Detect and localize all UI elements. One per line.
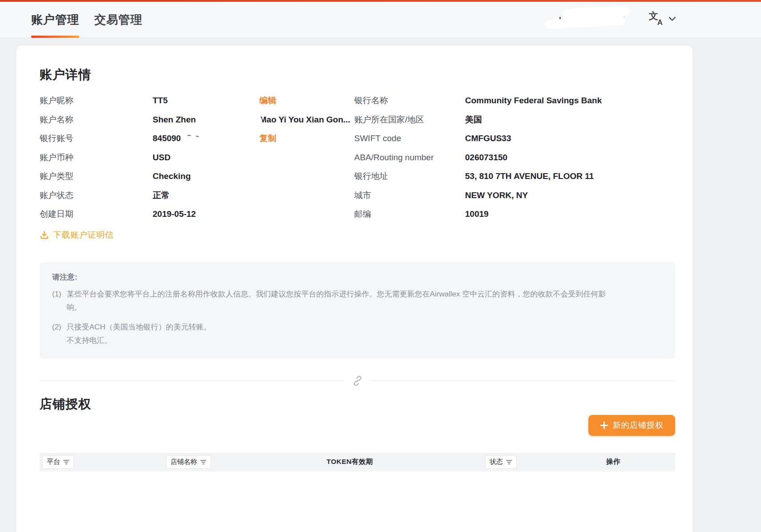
plus-icon xyxy=(600,421,608,430)
column-token-validity: TOKEN有效期 xyxy=(252,457,448,467)
copy-link[interactable]: 复制 xyxy=(259,133,354,144)
field-value: Community Federal Savings Bank xyxy=(465,96,675,106)
store-auth-title: 店铺授权 xyxy=(40,396,675,412)
field-value: 026073150 xyxy=(465,153,675,162)
filter-icon xyxy=(200,459,206,465)
status-value: 正常 xyxy=(153,190,259,201)
top-navigation: 账户管理 交易管理 文 A xyxy=(0,2,761,38)
store-auth-table-header: 平台 店铺名称 TOKEN有效期 状态 xyxy=(40,453,675,471)
field-label: 创建日期 xyxy=(40,208,153,220)
field-label: 邮编 xyxy=(354,208,465,220)
field-label: SWIFT code xyxy=(354,134,465,143)
column-store-name: 店铺名称 xyxy=(166,455,252,469)
notice-item: (2) 只接受ACH（美国当地银行）的美元转账。 不支持电汇。 xyxy=(52,321,663,347)
field-label: 账户状态 xyxy=(40,190,153,201)
white-scribble xyxy=(545,16,626,29)
section-divider xyxy=(40,375,675,387)
new-store-auth-button[interactable]: 新的店铺授权 xyxy=(588,415,675,436)
edit-link[interactable]: 编辑 xyxy=(259,95,354,106)
store-name-filter[interactable]: 店铺名称 xyxy=(166,455,211,469)
field-value: 2019-05-12 xyxy=(153,209,259,219)
field-label: ABA/Routing number xyxy=(354,153,465,162)
field-value: 53, 810 7TH AVENUE, FLOOR 11 xyxy=(465,171,675,181)
status-filter[interactable]: 状态 xyxy=(485,455,517,469)
notice-box: 请注意: (1) 某些平台会要求您将平台上的注册名称用作收款人信息。我们建议您按… xyxy=(40,262,675,359)
account-details-grid: 账户昵称 TT5 编辑 银行名称 Community Federal Savin… xyxy=(40,91,675,224)
white-scribble xyxy=(195,116,262,126)
store-auth-table-body-empty xyxy=(40,471,675,525)
field-value: TT5 xyxy=(153,96,259,106)
download-certificate-link[interactable]: 下载账户证明信 xyxy=(40,229,114,241)
filter-icon xyxy=(63,459,69,465)
language-switcher[interactable]: 文 A xyxy=(649,11,676,26)
store-auth-toolbar: 新的店铺授权 xyxy=(40,415,675,436)
field-label: 账户昵称 xyxy=(40,95,153,106)
field-label: 城市 xyxy=(354,190,465,201)
account-details-title: 账户详情 xyxy=(40,67,675,82)
field-value-redacted: Shen Zhen xyxy=(153,115,259,125)
field-label: 银行名称 xyxy=(354,95,465,106)
redaction-remnant xyxy=(187,135,191,138)
nav-tabs: 账户管理 交易管理 xyxy=(31,2,142,37)
column-platform: 平台 xyxy=(42,455,166,469)
field-value: Checking xyxy=(153,171,259,181)
tab-transaction-management[interactable]: 交易管理 xyxy=(94,2,142,37)
column-status: 状态 xyxy=(448,455,554,469)
field-label: 账户名称 xyxy=(40,114,153,126)
field-label: 银行账号 xyxy=(40,133,153,144)
field-value-continued: Mao Yi You Xian Gon... xyxy=(259,115,354,125)
translate-icon: 文 A xyxy=(649,11,663,26)
download-icon xyxy=(40,230,49,240)
notice-item: (1) 某些平台会要求您将平台上的注册名称用作收款人信息。我们建议您按平台的指示… xyxy=(52,288,663,314)
account-card: 账户详情 账户昵称 TT5 编辑 银行名称 Community Federal … xyxy=(16,46,692,532)
field-label: 银行地址 xyxy=(354,171,465,182)
field-value: 10019 xyxy=(465,209,675,219)
redaction-remnant xyxy=(195,135,199,139)
chevron-down-icon xyxy=(668,16,676,21)
field-label: 账户类型 xyxy=(40,171,153,182)
field-value: 美国 xyxy=(465,114,675,126)
field-value: USD xyxy=(153,153,259,162)
notice-title: 请注意: xyxy=(52,272,663,282)
link-icon xyxy=(352,375,364,387)
field-value-redacted: 845090 xyxy=(153,134,259,143)
field-label: 账户币种 xyxy=(40,152,153,163)
field-value: NEW YORK, NY xyxy=(465,191,675,200)
field-label: 账户所在国家/地区 xyxy=(354,114,465,126)
page-body: 账户详情 账户昵称 TT5 编辑 银行名称 Community Federal … xyxy=(0,38,761,532)
platform-filter[interactable]: 平台 xyxy=(42,455,74,469)
redaction-scribble xyxy=(545,6,632,29)
filter-icon xyxy=(506,459,512,465)
tab-account-management[interactable]: 账户管理 xyxy=(31,2,79,37)
column-actions: 操作 xyxy=(554,457,672,467)
download-label: 下载账户证明信 xyxy=(53,229,114,241)
field-value: CMFGUS33 xyxy=(465,134,675,143)
